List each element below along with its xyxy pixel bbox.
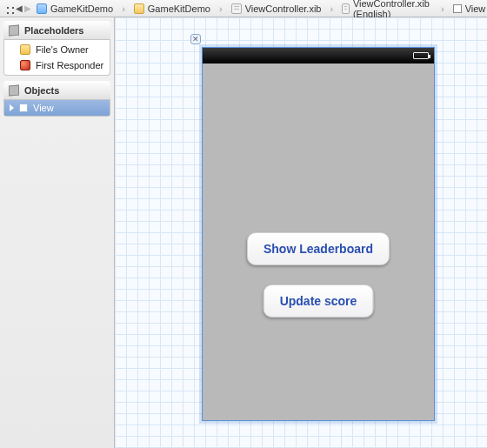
files-owner-item[interactable]: File's Owner [4,42,110,57]
battery-icon [413,52,429,59]
objects-icon [9,85,19,97]
path-project-label: GameKitDemo [50,3,113,14]
xib-icon [342,3,350,14]
project-icon [37,3,47,14]
path-segment-view[interactable]: View [450,1,487,17]
show-leaderboard-button[interactable]: Show Leaderboard [247,232,390,265]
update-score-label: Update score [280,294,357,308]
objects-header[interactable]: Objects [3,81,110,100]
files-owner-icon [20,44,30,55]
view-canvas[interactable]: ✕ Show Leaderboard Update score [202,47,435,421]
placeholders-group: File's Owner First Responder [3,40,110,76]
placeholders-icon [9,25,19,37]
status-bar [203,48,434,64]
folder-icon [134,3,144,14]
view-item-icon [19,104,28,112]
placeholders-label: Placeholders [24,25,83,36]
first-responder-label: First Responder [36,60,103,70]
show-leaderboard-label: Show Leaderboard [264,242,373,256]
path-xib-label: ViewController.xib [245,3,322,14]
files-owner-label: File's Owner [36,44,89,55]
nav-back-icon[interactable]: ◀ [16,3,23,15]
view-icon [453,4,462,13]
related-items-icon[interactable] [3,3,14,15]
objects-label: Objects [24,85,59,96]
nav-forward-icon[interactable]: ▶ [24,3,31,15]
view-item[interactable]: View [4,100,110,116]
first-responder-icon [20,60,30,70]
path-segment-folder[interactable]: GameKitDemo [130,1,228,17]
path-folder-label: GameKitDemo [148,3,210,14]
path-view-label: View [465,3,486,14]
path-xibloc-label: ViewController.xib (English) [353,0,432,19]
view-item-label: View [33,103,54,113]
update-score-button[interactable]: Update score [264,284,374,318]
disclosure-triangle-icon[interactable] [10,104,14,111]
xib-icon [231,3,242,14]
path-segment-project[interactable]: GameKitDemo [33,1,130,17]
objects-group: View [3,100,110,117]
first-responder-item[interactable]: First Responder [4,57,110,73]
placeholders-header[interactable]: Placeholders [3,21,110,40]
close-scene-icon[interactable]: ✕ [190,34,201,44]
path-bar: ◀ ▶ GameKitDemo GameKitDemo ViewControll… [0,0,487,17]
document-outline: Placeholders File's Owner First Responde… [0,17,115,448]
editor-canvas[interactable]: ✕ Show Leaderboard Update score [115,17,487,448]
path-segment-xib-loc[interactable]: ViewController.xib (English) [338,1,450,17]
path-segment-xib[interactable]: ViewController.xib [228,1,339,17]
